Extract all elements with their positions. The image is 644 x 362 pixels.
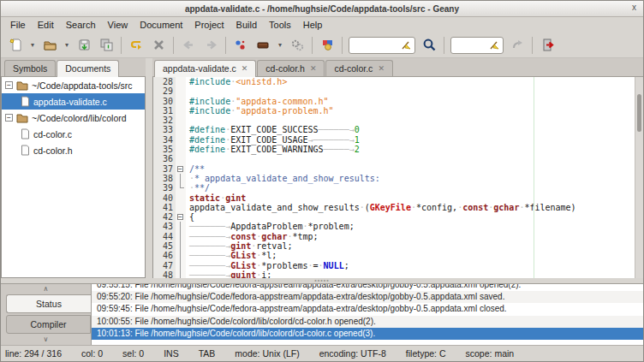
code-line-32[interactable]: 32 [153, 116, 643, 125]
code-line-34[interactable]: 34#define·EXIT_CODE_USAGE→───────→1 [153, 135, 643, 145]
code-line-37[interactable]: 37−/** [153, 164, 643, 174]
fold-margin[interactable] [176, 203, 186, 212]
expander-icon[interactable]: − [5, 81, 13, 89]
build-dropdown[interactable]: ▾ [274, 35, 286, 56]
fold-margin[interactable] [176, 193, 186, 203]
panel-tab-status[interactable]: Status [6, 294, 91, 313]
code-line-40[interactable]: 40static·gint [153, 193, 643, 203]
code-line-36[interactable]: 36 [153, 154, 643, 163]
tabs-scroll-up-icon[interactable]: ∧ [1, 284, 91, 294]
save-all-button[interactable] [95, 35, 117, 56]
tab-close-icon[interactable]: ✕ [242, 64, 248, 73]
code-line-41[interactable]: 41appdata_validate_and_show_results·(GKe… [153, 203, 643, 212]
menu-document[interactable]: Document [134, 19, 188, 31]
status-message-list[interactable]: 09:55:15: File /home/hughsie/Code/fedora… [92, 284, 643, 345]
code-line-45[interactable]: 45───────→gint·retval; [153, 241, 643, 251]
code-line-47[interactable]: 47───────→GList·*problems·=·NULL; [153, 261, 643, 270]
code-line-35[interactable]: 35#define·EXIT_CODE_WARNINGS─────→2 [153, 145, 643, 154]
menu-help[interactable]: Help [297, 19, 329, 31]
menu-build[interactable]: Build [230, 19, 263, 31]
expander-icon[interactable]: − [5, 114, 13, 122]
new-button[interactable] [4, 35, 27, 56]
tab-documents[interactable]: Documents [57, 60, 119, 77]
menu-project[interactable]: Project [188, 19, 230, 31]
status-message-row[interactable]: 09:55:20: File /home/hughsie/Code/fedora… [92, 291, 643, 303]
fold-margin[interactable] [176, 116, 186, 125]
code-line-31[interactable]: 31#include·"appdata-problem.h" [153, 106, 643, 116]
tree-folder--code-colord-lib-colord[interactable]: −~/Code/colord/lib/colord [2, 110, 145, 126]
code-line-29[interactable]: 29 [153, 86, 643, 96]
revert-button[interactable] [125, 35, 147, 56]
fold-margin[interactable]: − [176, 164, 186, 174]
fold-margin[interactable] [176, 241, 186, 251]
close-button[interactable] [147, 35, 170, 56]
menu-search[interactable]: Search [60, 19, 102, 31]
window-close-icon[interactable]: x [632, 3, 636, 12]
editor-tab-appdata-validate.c[interactable]: appdata-validate.c✕ [154, 60, 256, 77]
code-line-38[interactable]: 38·* appdata_validate_and_show_results: [153, 174, 643, 183]
quit-button[interactable] [536, 35, 558, 56]
code-line-28[interactable]: 28#include·<unistd.h> [153, 77, 643, 86]
code-line-39[interactable]: 39·**/ [153, 183, 643, 193]
fold-margin[interactable] [176, 174, 186, 183]
fold-margin[interactable]: − [176, 212, 186, 222]
code-line-48[interactable]: 48───────→guint·i; [153, 270, 643, 278]
open-dropdown[interactable]: ▾ [61, 35, 73, 56]
menu-tools[interactable]: Tools [263, 19, 297, 31]
editor-tab-cd-color.h[interactable]: cd-color.h✕ [257, 60, 325, 76]
fold-margin[interactable] [176, 232, 186, 241]
compile-button[interactable] [230, 35, 252, 56]
fold-margin[interactable] [176, 77, 186, 86]
fold-margin[interactable] [176, 261, 186, 270]
fold-margin[interactable] [176, 135, 186, 145]
menu-file[interactable]: File [4, 19, 32, 31]
color-chooser-button[interactable] [316, 35, 338, 56]
status-message-row[interactable]: 10:01:13: File /home/hughsie/Code/colord… [92, 328, 643, 340]
tree-file-cd-color.h[interactable]: cd-color.h [2, 142, 145, 158]
code-line-44[interactable]: 44───────→const·gchar·*tmp; [153, 232, 643, 241]
tab-symbols[interactable]: Symbols [4, 60, 56, 76]
code-line-46[interactable]: 46───────→GList·*l; [153, 251, 643, 260]
code-line-43[interactable]: 43───────→AppdataProblem·*problem; [153, 222, 643, 231]
fold-margin[interactable] [176, 183, 186, 193]
status-message-row[interactable]: 10:00:55: File /home/hughsie/Code/colord… [92, 316, 643, 328]
status-message-row[interactable]: 09:59:45: File /home/hughsie/Code/fedora… [92, 303, 643, 315]
code-line-33[interactable]: 33#define·EXIT_CODE_SUCCESS──────→0 [153, 125, 643, 134]
navigate-back-button[interactable] [177, 35, 200, 56]
sidebar-splitter[interactable] [146, 58, 152, 278]
menu-edit[interactable]: Edit [32, 19, 60, 31]
open-button[interactable] [39, 35, 61, 56]
fold-collapse-icon[interactable]: − [177, 214, 183, 220]
fold-margin[interactable] [176, 125, 186, 134]
fold-margin[interactable] [176, 106, 186, 116]
fold-margin[interactable] [176, 97, 186, 106]
fold-margin[interactable] [176, 222, 186, 231]
fold-collapse-icon[interactable]: − [177, 166, 183, 172]
editor-vertical-scrollbar[interactable] [635, 77, 643, 278]
search-input[interactable] [349, 37, 415, 54]
tree-file-cd-color.c[interactable]: cd-color.c [2, 126, 145, 142]
scrollbar-thumb[interactable] [637, 94, 641, 132]
execute-button[interactable] [286, 35, 308, 56]
jump-to-button[interactable] [506, 35, 528, 56]
tree-file-appdata-validate.c[interactable]: appdata-validate.c [2, 93, 145, 110]
menu-view[interactable]: View [102, 19, 134, 31]
code-editor[interactable]: 28#include·<unistd.h>2930#include·"appda… [152, 77, 643, 278]
tab-close-icon[interactable]: ✕ [378, 64, 385, 73]
fold-margin[interactable] [176, 154, 186, 163]
goto-line-input[interactable] [450, 37, 504, 54]
tabs-scroll-down-icon[interactable]: ∨ [1, 335, 91, 344]
editor-tab-cd-color.c[interactable]: cd-color.c✕ [325, 60, 392, 76]
fold-margin[interactable] [176, 86, 186, 96]
build-button[interactable] [252, 35, 274, 56]
panel-tab-compiler[interactable]: Compiler [6, 315, 91, 334]
status-message-row[interactable]: 09:55:15: File /home/hughsie/Code/fedora… [92, 284, 643, 291]
code-line-42[interactable]: 42−{ [153, 212, 643, 222]
new-dropdown[interactable]: ▾ [27, 35, 39, 56]
code-line-30[interactable]: 30#include·"appdata-common.h" [153, 97, 643, 106]
tree-folder--code-appdata-tools-src[interactable]: −~/Code/appdata-tools/src [2, 77, 145, 93]
find-button[interactable] [418, 35, 440, 56]
tab-close-icon[interactable]: ✕ [310, 64, 317, 73]
save-button[interactable] [73, 35, 95, 56]
navigate-forward-button[interactable] [200, 35, 222, 56]
